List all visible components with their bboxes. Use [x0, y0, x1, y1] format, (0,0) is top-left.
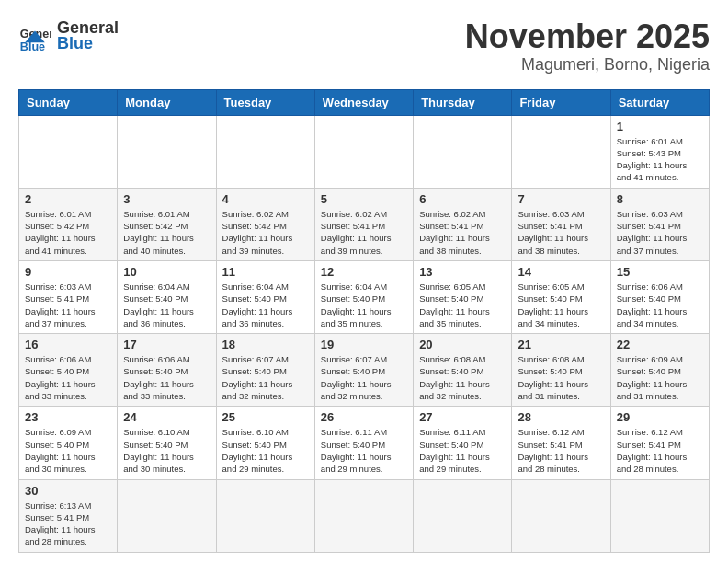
- title-section: November 2025 Magumeri, Borno, Nigeria: [465, 18, 710, 75]
- day-20: 20 Sunrise: 6:08 AM Sunset: 5:40 PM Dayl…: [414, 334, 512, 407]
- empty-cell: [314, 115, 413, 188]
- col-friday: Friday: [512, 89, 610, 115]
- empty-cell: [610, 479, 709, 552]
- page-header: General Blue General Blue November 2025 …: [18, 18, 710, 75]
- empty-cell: [414, 479, 512, 552]
- day-9: 9 Sunrise: 6:03 AM Sunset: 5:41 PM Dayli…: [19, 260, 118, 333]
- table-row: 1 Sunrise: 6:01 AM Sunset: 5:43 PM Dayli…: [19, 115, 710, 188]
- day-17: 17 Sunrise: 6:06 AM Sunset: 5:40 PM Dayl…: [118, 334, 216, 407]
- day-16: 16 Sunrise: 6:06 AM Sunset: 5:40 PM Dayl…: [19, 334, 118, 407]
- day-12: 12 Sunrise: 6:04 AM Sunset: 5:40 PM Dayl…: [314, 260, 413, 333]
- day-6: 6 Sunrise: 6:02 AM Sunset: 5:41 PM Dayli…: [414, 188, 512, 260]
- day-2: 2 Sunrise: 6:01 AM Sunset: 5:42 PM Dayli…: [19, 188, 118, 260]
- col-saturday: Saturday: [610, 89, 709, 115]
- calendar-table: Sunday Monday Tuesday Wednesday Thursday…: [18, 89, 710, 553]
- day-3: 3 Sunrise: 6:01 AM Sunset: 5:42 PM Dayli…: [118, 188, 216, 260]
- logo-icon: General Blue: [18, 19, 51, 52]
- month-title: November 2025: [465, 18, 710, 55]
- day-29: 29 Sunrise: 6:12 AM Sunset: 5:41 PM Dayl…: [610, 407, 709, 479]
- col-tuesday: Tuesday: [216, 89, 314, 115]
- day-30: 30 Sunrise: 6:13 AM Sunset: 5:41 PM Dayl…: [19, 479, 118, 552]
- table-row: 16 Sunrise: 6:06 AM Sunset: 5:40 PM Dayl…: [19, 334, 710, 407]
- empty-cell: [118, 479, 216, 552]
- empty-cell: [216, 115, 314, 188]
- day-23: 23 Sunrise: 6:09 AM Sunset: 5:40 PM Dayl…: [19, 407, 118, 479]
- empty-cell: [216, 479, 314, 552]
- day-10: 10 Sunrise: 6:04 AM Sunset: 5:40 PM Dayl…: [118, 260, 216, 333]
- day-4: 4 Sunrise: 6:02 AM Sunset: 5:42 PM Dayli…: [216, 188, 314, 260]
- table-row: 23 Sunrise: 6:09 AM Sunset: 5:40 PM Dayl…: [19, 407, 710, 479]
- day-26: 26 Sunrise: 6:11 AM Sunset: 5:40 PM Dayl…: [314, 407, 413, 479]
- empty-cell: [314, 479, 413, 552]
- day-24: 24 Sunrise: 6:10 AM Sunset: 5:40 PM Dayl…: [118, 407, 216, 479]
- day-22: 22 Sunrise: 6:09 AM Sunset: 5:40 PM Dayl…: [610, 334, 709, 407]
- col-thursday: Thursday: [414, 89, 512, 115]
- day-27: 27 Sunrise: 6:11 AM Sunset: 5:40 PM Dayl…: [414, 407, 512, 479]
- table-row: 9 Sunrise: 6:03 AM Sunset: 5:41 PM Dayli…: [19, 260, 710, 333]
- empty-cell: [19, 115, 118, 188]
- day-5: 5 Sunrise: 6:02 AM Sunset: 5:41 PM Dayli…: [314, 188, 413, 260]
- day-7: 7 Sunrise: 6:03 AM Sunset: 5:41 PM Dayli…: [512, 188, 610, 260]
- table-row: 2 Sunrise: 6:01 AM Sunset: 5:42 PM Dayli…: [19, 188, 710, 260]
- day-8: 8 Sunrise: 6:03 AM Sunset: 5:41 PM Dayli…: [610, 188, 709, 260]
- day-15: 15 Sunrise: 6:06 AM Sunset: 5:40 PM Dayl…: [610, 260, 709, 333]
- col-monday: Monday: [118, 89, 216, 115]
- logo: General Blue General Blue: [18, 18, 119, 53]
- empty-cell: [512, 115, 610, 188]
- day-28: 28 Sunrise: 6:12 AM Sunset: 5:41 PM Dayl…: [512, 407, 610, 479]
- col-wednesday: Wednesday: [314, 89, 413, 115]
- col-sunday: Sunday: [19, 89, 118, 115]
- empty-cell: [414, 115, 512, 188]
- table-row: 30 Sunrise: 6:13 AM Sunset: 5:41 PM Dayl…: [19, 479, 710, 552]
- empty-cell: [512, 479, 610, 552]
- day-14: 14 Sunrise: 6:05 AM Sunset: 5:40 PM Dayl…: [512, 260, 610, 333]
- location-title: Magumeri, Borno, Nigeria: [465, 55, 710, 75]
- svg-text:Blue: Blue: [20, 40, 45, 52]
- day-1: 1 Sunrise: 6:01 AM Sunset: 5:43 PM Dayli…: [610, 115, 709, 188]
- day-19: 19 Sunrise: 6:07 AM Sunset: 5:40 PM Dayl…: [314, 334, 413, 407]
- day-21: 21 Sunrise: 6:08 AM Sunset: 5:40 PM Dayl…: [512, 334, 610, 407]
- empty-cell: [118, 115, 216, 188]
- day-13: 13 Sunrise: 6:05 AM Sunset: 5:40 PM Dayl…: [414, 260, 512, 333]
- day-25: 25 Sunrise: 6:10 AM Sunset: 5:40 PM Dayl…: [216, 407, 314, 479]
- calendar-header-row: Sunday Monday Tuesday Wednesday Thursday…: [19, 89, 710, 115]
- day-11: 11 Sunrise: 6:04 AM Sunset: 5:40 PM Dayl…: [216, 260, 314, 333]
- day-18: 18 Sunrise: 6:07 AM Sunset: 5:40 PM Dayl…: [216, 334, 314, 407]
